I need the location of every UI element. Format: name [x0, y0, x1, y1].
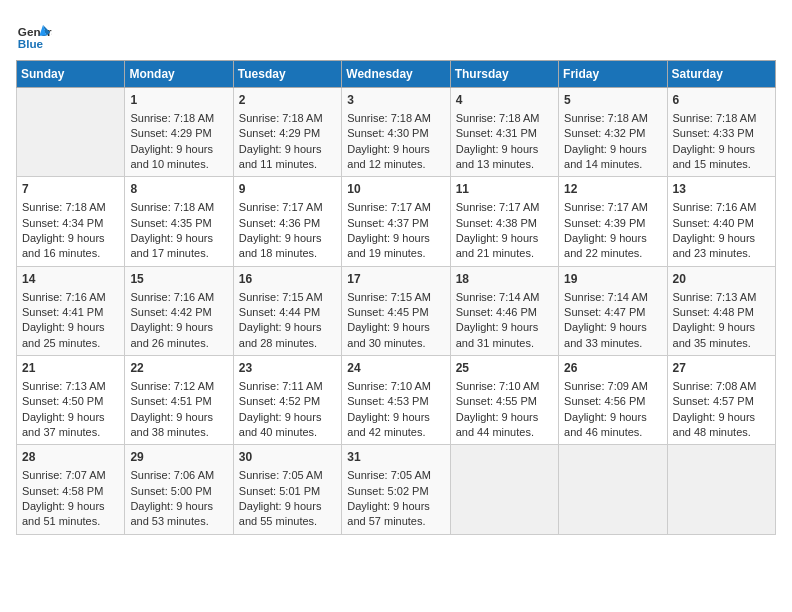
daylight-text: Daylight: 9 hours and 42 minutes.: [347, 411, 430, 438]
sunset-text: Sunset: 4:57 PM: [673, 395, 754, 407]
daylight-text: Daylight: 9 hours and 19 minutes.: [347, 232, 430, 259]
sunrise-text: Sunrise: 7:12 AM: [130, 380, 214, 392]
weekday-header-thursday: Thursday: [450, 61, 558, 88]
sunset-text: Sunset: 5:02 PM: [347, 485, 428, 497]
sunset-text: Sunset: 4:45 PM: [347, 306, 428, 318]
daylight-text: Daylight: 9 hours and 31 minutes.: [456, 321, 539, 348]
daylight-text: Daylight: 9 hours and 17 minutes.: [130, 232, 213, 259]
calendar-cell: 15Sunrise: 7:16 AMSunset: 4:42 PMDayligh…: [125, 266, 233, 355]
calendar-cell: 21Sunrise: 7:13 AMSunset: 4:50 PMDayligh…: [17, 356, 125, 445]
sunrise-text: Sunrise: 7:09 AM: [564, 380, 648, 392]
sunrise-text: Sunrise: 7:17 AM: [239, 201, 323, 213]
calendar-cell: 23Sunrise: 7:11 AMSunset: 4:52 PMDayligh…: [233, 356, 341, 445]
sunrise-text: Sunrise: 7:14 AM: [456, 291, 540, 303]
sunset-text: Sunset: 4:38 PM: [456, 217, 537, 229]
sunset-text: Sunset: 4:37 PM: [347, 217, 428, 229]
sunset-text: Sunset: 4:33 PM: [673, 127, 754, 139]
calendar-cell: 29Sunrise: 7:06 AMSunset: 5:00 PMDayligh…: [125, 445, 233, 534]
day-number: 26: [564, 360, 661, 377]
sunrise-text: Sunrise: 7:17 AM: [347, 201, 431, 213]
sunrise-text: Sunrise: 7:11 AM: [239, 380, 323, 392]
sunset-text: Sunset: 4:48 PM: [673, 306, 754, 318]
sunset-text: Sunset: 4:46 PM: [456, 306, 537, 318]
day-number: 3: [347, 92, 444, 109]
sunset-text: Sunset: 4:40 PM: [673, 217, 754, 229]
day-number: 1: [130, 92, 227, 109]
daylight-text: Daylight: 9 hours and 44 minutes.: [456, 411, 539, 438]
calendar-cell: [667, 445, 775, 534]
daylight-text: Daylight: 9 hours and 48 minutes.: [673, 411, 756, 438]
calendar-cell: 14Sunrise: 7:16 AMSunset: 4:41 PMDayligh…: [17, 266, 125, 355]
sunset-text: Sunset: 5:00 PM: [130, 485, 211, 497]
calendar-cell: 20Sunrise: 7:13 AMSunset: 4:48 PMDayligh…: [667, 266, 775, 355]
page-header: General Blue: [16, 16, 776, 52]
daylight-text: Daylight: 9 hours and 22 minutes.: [564, 232, 647, 259]
sunset-text: Sunset: 4:35 PM: [130, 217, 211, 229]
calendar-cell: 19Sunrise: 7:14 AMSunset: 4:47 PMDayligh…: [559, 266, 667, 355]
calendar-cell: [17, 88, 125, 177]
daylight-text: Daylight: 9 hours and 23 minutes.: [673, 232, 756, 259]
daylight-text: Daylight: 9 hours and 13 minutes.: [456, 143, 539, 170]
sunset-text: Sunset: 4:29 PM: [239, 127, 320, 139]
sunset-text: Sunset: 4:58 PM: [22, 485, 103, 497]
daylight-text: Daylight: 9 hours and 46 minutes.: [564, 411, 647, 438]
calendar-cell: 6Sunrise: 7:18 AMSunset: 4:33 PMDaylight…: [667, 88, 775, 177]
sunrise-text: Sunrise: 7:06 AM: [130, 469, 214, 481]
sunrise-text: Sunrise: 7:07 AM: [22, 469, 106, 481]
calendar-cell: 22Sunrise: 7:12 AMSunset: 4:51 PMDayligh…: [125, 356, 233, 445]
calendar-cell: 31Sunrise: 7:05 AMSunset: 5:02 PMDayligh…: [342, 445, 450, 534]
daylight-text: Daylight: 9 hours and 14 minutes.: [564, 143, 647, 170]
sunrise-text: Sunrise: 7:05 AM: [239, 469, 323, 481]
sunrise-text: Sunrise: 7:14 AM: [564, 291, 648, 303]
day-number: 17: [347, 271, 444, 288]
sunrise-text: Sunrise: 7:16 AM: [22, 291, 106, 303]
calendar-cell: 10Sunrise: 7:17 AMSunset: 4:37 PMDayligh…: [342, 177, 450, 266]
calendar-cell: 5Sunrise: 7:18 AMSunset: 4:32 PMDaylight…: [559, 88, 667, 177]
sunset-text: Sunset: 4:36 PM: [239, 217, 320, 229]
daylight-text: Daylight: 9 hours and 26 minutes.: [130, 321, 213, 348]
sunrise-text: Sunrise: 7:17 AM: [564, 201, 648, 213]
daylight-text: Daylight: 9 hours and 11 minutes.: [239, 143, 322, 170]
calendar-cell: [559, 445, 667, 534]
day-number: 20: [673, 271, 770, 288]
calendar-cell: 17Sunrise: 7:15 AMSunset: 4:45 PMDayligh…: [342, 266, 450, 355]
calendar-cell: 26Sunrise: 7:09 AMSunset: 4:56 PMDayligh…: [559, 356, 667, 445]
daylight-text: Daylight: 9 hours and 51 minutes.: [22, 500, 105, 527]
day-number: 8: [130, 181, 227, 198]
day-number: 10: [347, 181, 444, 198]
logo: General Blue: [16, 16, 56, 52]
sunset-text: Sunset: 4:52 PM: [239, 395, 320, 407]
calendar-week-1: 7Sunrise: 7:18 AMSunset: 4:34 PMDaylight…: [17, 177, 776, 266]
daylight-text: Daylight: 9 hours and 53 minutes.: [130, 500, 213, 527]
weekday-header-sunday: Sunday: [17, 61, 125, 88]
svg-text:Blue: Blue: [18, 37, 44, 50]
calendar-cell: 28Sunrise: 7:07 AMSunset: 4:58 PMDayligh…: [17, 445, 125, 534]
day-number: 5: [564, 92, 661, 109]
sunrise-text: Sunrise: 7:15 AM: [239, 291, 323, 303]
day-number: 15: [130, 271, 227, 288]
calendar-cell: 24Sunrise: 7:10 AMSunset: 4:53 PMDayligh…: [342, 356, 450, 445]
sunrise-text: Sunrise: 7:18 AM: [130, 201, 214, 213]
weekday-header-tuesday: Tuesday: [233, 61, 341, 88]
calendar-cell: 27Sunrise: 7:08 AMSunset: 4:57 PMDayligh…: [667, 356, 775, 445]
daylight-text: Daylight: 9 hours and 16 minutes.: [22, 232, 105, 259]
day-number: 4: [456, 92, 553, 109]
sunrise-text: Sunrise: 7:17 AM: [456, 201, 540, 213]
sunrise-text: Sunrise: 7:10 AM: [456, 380, 540, 392]
day-number: 13: [673, 181, 770, 198]
sunrise-text: Sunrise: 7:15 AM: [347, 291, 431, 303]
day-number: 12: [564, 181, 661, 198]
calendar-cell: 7Sunrise: 7:18 AMSunset: 4:34 PMDaylight…: [17, 177, 125, 266]
day-number: 22: [130, 360, 227, 377]
sunset-text: Sunset: 4:55 PM: [456, 395, 537, 407]
day-number: 16: [239, 271, 336, 288]
calendar-cell: 12Sunrise: 7:17 AMSunset: 4:39 PMDayligh…: [559, 177, 667, 266]
daylight-text: Daylight: 9 hours and 30 minutes.: [347, 321, 430, 348]
sunrise-text: Sunrise: 7:18 AM: [239, 112, 323, 124]
weekday-header-monday: Monday: [125, 61, 233, 88]
daylight-text: Daylight: 9 hours and 18 minutes.: [239, 232, 322, 259]
calendar-cell: 2Sunrise: 7:18 AMSunset: 4:29 PMDaylight…: [233, 88, 341, 177]
sunrise-text: Sunrise: 7:18 AM: [456, 112, 540, 124]
calendar-cell: 3Sunrise: 7:18 AMSunset: 4:30 PMDaylight…: [342, 88, 450, 177]
weekday-row: SundayMondayTuesdayWednesdayThursdayFrid…: [17, 61, 776, 88]
